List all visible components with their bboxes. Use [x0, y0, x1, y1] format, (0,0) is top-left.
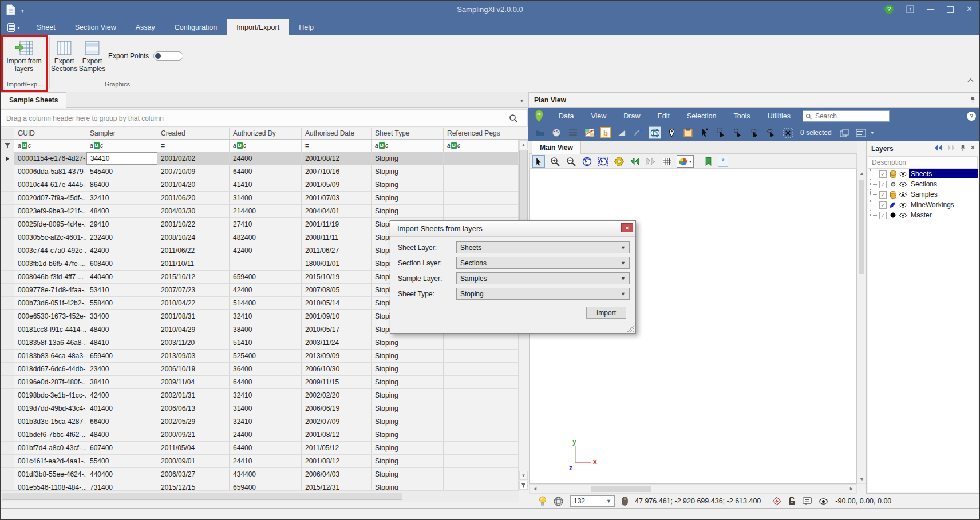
cell[interactable]: 23400 — [86, 363, 157, 375]
filter-cell-sampler[interactable]: aBc — [86, 140, 157, 152]
field-dropdown[interactable]: Sheets▼ — [456, 241, 630, 253]
eye-icon[interactable] — [819, 498, 828, 505]
field-dropdown[interactable]: Samples▼ — [456, 272, 630, 284]
column-header-sheet-type[interactable]: Sheet Type — [372, 128, 444, 139]
ribbon-group-import-export[interactable]: Import/Exp... — [1, 81, 49, 88]
cell[interactable]: 27410 — [230, 218, 302, 231]
cell[interactable]: 31400 — [230, 192, 302, 204]
cell[interactable]: 00198bdc-3e1b-41cc-... — [14, 389, 86, 402]
layer-item-sheets[interactable]: ✓Sheets — [868, 169, 978, 179]
ribbon-tab-help[interactable]: Help — [289, 19, 323, 35]
cell[interactable]: Stoping — [372, 192, 444, 204]
cell[interactable]: Stoping — [372, 442, 444, 454]
cell[interactable]: 42400 — [230, 284, 302, 296]
column-header-guid[interactable]: GUID — [14, 128, 86, 139]
cell[interactable]: 2004/04/01 — [302, 205, 372, 217]
layer-checkbox[interactable]: ✓ — [879, 191, 887, 199]
cell[interactable]: 2001/10/22 — [157, 218, 230, 231]
cell[interactable]: Stoping — [372, 165, 444, 178]
cell[interactable]: 2001/11/19 — [302, 218, 372, 231]
cell[interactable]: 51410 — [230, 336, 302, 349]
layer-checkbox[interactable]: ✓ — [879, 212, 887, 219]
tab-sample-sheets[interactable]: Sample Sheets — [1, 92, 66, 108]
cell[interactable]: 2009/11/04 — [157, 376, 230, 388]
copy-view-icon[interactable] — [838, 126, 851, 139]
cell[interactable]: 2000/09/21 — [157, 428, 230, 441]
scroll-right-icon[interactable]: ► — [849, 486, 854, 492]
cell[interactable]: 2010/04/22 — [157, 297, 230, 309]
cell[interactable]: 2000/09/01 — [157, 455, 230, 467]
table-row[interactable]: 0018358f-13a6-46a8-...484102003/11/20514… — [1, 336, 519, 350]
cell[interactable]: 24400 — [230, 428, 302, 441]
scroll-up-icon[interactable]: ▲ — [519, 140, 528, 149]
cell[interactable] — [444, 376, 519, 388]
cell[interactable]: 2002/07/09 — [302, 415, 372, 428]
favorites-dropdown[interactable]: * — [718, 156, 728, 167]
column-header-authorized-by[interactable]: Authorized By — [230, 128, 302, 139]
cell[interactable]: 2010/04/29 — [157, 323, 230, 336]
settings-gear-icon[interactable] — [612, 155, 625, 168]
clipboard-icon[interactable] — [682, 126, 694, 139]
unlock-icon[interactable] — [788, 497, 796, 506]
pin-icon[interactable] — [961, 145, 965, 152]
cell[interactable]: 2001/07/03 — [302, 192, 372, 204]
scroll-up-icon[interactable]: ▲ — [859, 170, 864, 176]
light-bulb-icon[interactable] — [539, 496, 547, 506]
cell[interactable]: 001e5546-1108-484-... — [14, 481, 86, 490]
pointer-tool-icon[interactable] — [532, 155, 545, 168]
cell[interactable]: 2002/02/20 — [302, 389, 372, 402]
cell[interactable]: 2009/11/15 — [302, 376, 372, 388]
cell[interactable] — [444, 192, 519, 204]
dock-left-icon[interactable] — [934, 145, 942, 151]
menu-selection[interactable]: Selection — [678, 112, 725, 120]
cell[interactable]: 0019d7dd-49bd-43c4-... — [14, 402, 86, 415]
close-button[interactable]: ✕ — [966, 5, 973, 14]
table-row[interactable]: 00023ef9-9be3-421f-...484002004/03/30214… — [1, 205, 519, 218]
cell[interactable]: 2015/10/19 — [302, 271, 372, 283]
cell[interactable]: 214400 — [230, 205, 302, 217]
cell[interactable]: 2001/08/12 — [302, 152, 372, 165]
layer-item-samples[interactable]: ✓Samples — [868, 189, 978, 200]
menu-data[interactable]: Data — [550, 112, 582, 120]
cell[interactable]: 440400 — [86, 271, 157, 283]
select-lasso-icon[interactable] — [748, 126, 761, 139]
table-row[interactable]: 0019d7dd-49bd-43c4-...4014002006/06/1331… — [1, 402, 519, 415]
help-icon[interactable]: ? — [967, 112, 976, 121]
dialog-titlebar[interactable]: Import Sheets from layers — [390, 221, 635, 237]
table-row[interactable]: 001bf7d4-a8c0-43cf-...6074002011/05/0464… — [1, 442, 519, 455]
column-header-referenced-pegs[interactable]: Referenced Pegs — [444, 128, 528, 139]
about-icon[interactable]: ? — [884, 5, 894, 14]
cell[interactable]: 0018dd67-6dc6-44db-... — [14, 363, 86, 375]
cell[interactable]: 00020d07-7f9a-45df-... — [14, 192, 86, 204]
canvas-horizontal-scrollbar[interactable]: ◄ ► — [529, 484, 857, 494]
cell[interactable]: 2015/12/15 — [157, 481, 230, 490]
cell[interactable]: 42400 — [86, 244, 157, 257]
ribbon-tab-assay[interactable]: Assay — [126, 19, 165, 35]
column-header-created[interactable]: Created — [157, 128, 230, 139]
dialog-import-button[interactable]: Import — [586, 307, 626, 319]
cell[interactable]: 525400 — [230, 350, 302, 362]
cell[interactable]: 55400 — [86, 455, 157, 467]
cell[interactable]: 00025fde-8095-4d4e-... — [14, 218, 86, 231]
cell[interactable]: 32410 — [230, 310, 302, 323]
grid-hscroll-thumb[interactable] — [2, 493, 402, 500]
tab-main-view[interactable]: Main View — [532, 141, 581, 154]
wireframe-globe-icon[interactable] — [554, 497, 563, 506]
export-sections-button[interactable]: Export Sections — [51, 38, 77, 73]
ribbon-collapse-icon[interactable] — [967, 78, 974, 82]
cell[interactable]: 48400 — [86, 323, 157, 336]
visibility-eye-icon[interactable] — [899, 172, 907, 177]
zoom-selection-icon[interactable] — [596, 155, 609, 168]
cell[interactable]: 42400 — [86, 389, 157, 402]
menu-tools[interactable]: Tools — [725, 112, 758, 120]
cell[interactable]: 2011/10/11 — [157, 257, 230, 270]
dock-right-icon[interactable] — [947, 145, 955, 151]
layer-checkbox[interactable]: ✓ — [879, 201, 887, 209]
cell[interactable]: 0003055c-af2c-4601-... — [14, 231, 86, 244]
cell[interactable]: 232400 — [86, 231, 157, 244]
cell[interactable]: 2006/10/19 — [157, 363, 230, 375]
cell[interactable]: 2011/05/12 — [302, 442, 372, 454]
cell[interactable] — [230, 257, 302, 270]
cell[interactable]: 2006/03/27 — [157, 468, 230, 481]
africa-logo-icon[interactable]: AB — [533, 110, 546, 122]
